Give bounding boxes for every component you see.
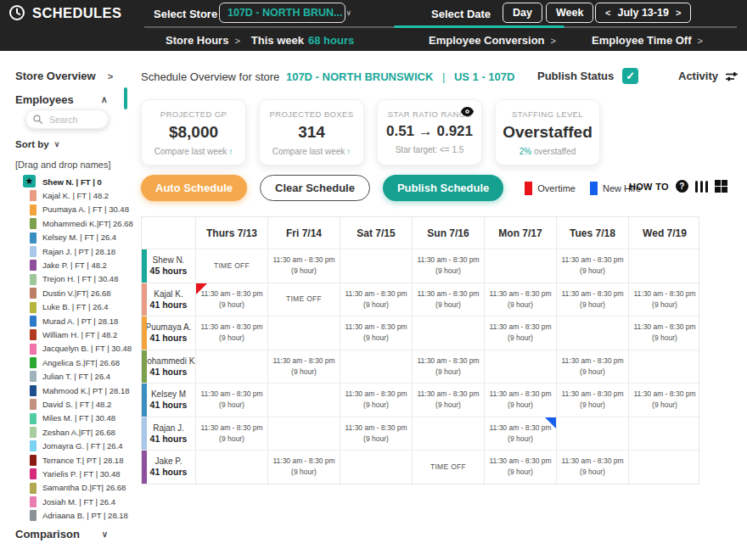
employee-list-item[interactable]: Mohammedi K.|FT| 26.68 xyxy=(20,216,139,230)
schedule-cell[interactable]: 11:30 am - 8:30 pm(9 hour) xyxy=(628,316,700,350)
schedule-cell[interactable] xyxy=(267,417,340,451)
schedule-cell[interactable]: 11:30 am - 8:30 pm(9 hour) xyxy=(267,451,340,484)
schedule-cell[interactable] xyxy=(267,384,340,417)
schedule-cell[interactable]: 11:30 am - 8:30 pm(9 hour) xyxy=(412,350,484,384)
schedule-cell[interactable] xyxy=(340,451,412,484)
day-view-button[interactable]: Day xyxy=(503,3,542,23)
schedule-cell[interactable] xyxy=(628,417,700,451)
employee-list-item[interactable]: Puumaya A. | FT | 30.48 xyxy=(20,203,139,216)
schedule-cell[interactable]: 11:30 am - 8:30 pm(9 hour) xyxy=(484,283,556,316)
employee-search[interactable] xyxy=(25,109,109,129)
schedule-cell[interactable] xyxy=(484,350,556,384)
sidebar-store-overview[interactable]: Store Overview > xyxy=(15,70,113,82)
schedule-cell[interactable] xyxy=(267,316,340,350)
schedule-cell[interactable]: 11:30 am - 8:30 pm(9 hour) xyxy=(412,283,484,316)
store-select-dropdown[interactable]: 107D - NORTH BRUN... ∨ xyxy=(219,3,345,23)
schedule-cell[interactable] xyxy=(195,451,267,484)
schedule-cell[interactable] xyxy=(556,316,628,350)
sidebar-employees-header[interactable]: Employees ∧ xyxy=(15,93,108,106)
employee-list-item[interactable]: Trejon H. | FT | 30.48 xyxy=(20,272,139,286)
employee-color-tag xyxy=(30,190,37,201)
date-range-picker[interactable]: < July 13-19 > xyxy=(595,3,691,23)
schedule-cell[interactable]: 11:30 am - 8:30 pm(9 hour) xyxy=(556,249,628,283)
week-view-button[interactable]: Week xyxy=(546,3,593,23)
schedule-cell[interactable] xyxy=(412,316,484,350)
schedule-cell[interactable] xyxy=(484,249,556,283)
schedule-cell[interactable]: 11:30 am - 8:30 pm(9 hour) xyxy=(267,249,340,283)
schedule-cell[interactable]: 11:30 am - 8:30 pm(9 hour) xyxy=(412,384,484,417)
schedule-cell[interactable]: 11:30 am - 8:30 pm(9 hour) xyxy=(484,316,556,350)
schedule-cell[interactable] xyxy=(628,249,700,283)
schedule-cell[interactable] xyxy=(340,350,412,384)
schedule-cell[interactable]: 11:30 am - 8:30 pm(9 hour) xyxy=(556,350,628,384)
schedule-cell[interactable] xyxy=(412,417,484,451)
employee-list-item[interactable]: Dustin V.|FT| 26.68 xyxy=(20,286,139,300)
schedule-cell[interactable]: 11:30 am - 8:30 pm(9 hour) xyxy=(484,451,556,484)
publish-schedule-button[interactable]: Publish Schedule xyxy=(383,175,503,201)
schedule-cell[interactable]: 11:30 am - 8:30 pm(9 hour) xyxy=(556,384,628,417)
schedule-cell[interactable]: 11:30 am - 8:30 pm(9 hour) xyxy=(556,451,628,484)
employee-list-item[interactable]: William H. | FT | 48.2 xyxy=(20,328,139,341)
schedule-cell[interactable] xyxy=(628,451,700,484)
schedule-cell[interactable] xyxy=(556,417,628,451)
employee-list-item[interactable]: Julian T. | FT | 26.4 xyxy=(20,369,139,383)
employee-list-item[interactable]: Rajan J. | PT | 28.18 xyxy=(20,244,139,258)
schedule-cell[interactable] xyxy=(628,350,700,384)
employee-list-item[interactable]: Jomayra G. | FT | 26.4 xyxy=(20,439,139,452)
employee-list-item[interactable]: Miles M. | FT | 30.48 xyxy=(20,412,139,425)
next-week-icon[interactable]: > xyxy=(676,8,681,18)
nav-employee-time-off[interactable]: Employee Time Off > xyxy=(592,34,703,47)
employee-list-item[interactable]: Kajal K. | FT | 48.2 xyxy=(20,188,139,202)
sidebar-comparison[interactable]: Comparison ∨ xyxy=(15,528,108,540)
up-arrow-icon: ↑ xyxy=(228,147,233,156)
employee-list-item[interactable]: Kelsey M. | FT | 26.4 xyxy=(20,231,139,244)
employee-list-item[interactable]: Jacquelyn B. | FT | 30.48 xyxy=(20,342,139,356)
employee-list-item[interactable]: Luke B. | FT | 26.4 xyxy=(20,300,139,314)
search-input[interactable] xyxy=(48,114,97,126)
employee-list-item[interactable]: Murad A. | PT | 28.18 xyxy=(20,314,139,328)
auto-schedule-button[interactable]: Auto Schedule xyxy=(141,175,247,201)
schedule-cell[interactable] xyxy=(340,249,412,283)
schedule-cell[interactable]: 11:30 am - 8:30 pm(9 hour) xyxy=(340,316,412,350)
employee-list-item[interactable]: Josiah M. | FT | 26.4 xyxy=(20,495,139,508)
schedule-cell[interactable]: TIME OFF xyxy=(195,249,267,283)
employee-list-item[interactable]: Zeshan A.|FT| 26.68 xyxy=(20,425,139,439)
employee-list-item[interactable]: David S. | FT | 48.2 xyxy=(20,397,139,411)
schedule-cell[interactable]: 11:30 am - 8:30 pm(9 hour) xyxy=(412,249,484,283)
schedule-cell[interactable]: 11:30 am - 8:30 pm(9 hour) xyxy=(556,283,628,316)
schedule-cell[interactable]: 11:30 am - 8:30 pm(9 hour) xyxy=(484,384,556,417)
schedule-cell[interactable]: 11:30 am - 8:30 pm(9 hour) xyxy=(340,417,412,451)
employee-list-item[interactable]: Terrance T.| PT | 28.18 xyxy=(20,453,139,467)
schedule-cell[interactable]: 11:30 am - 8:30 pm(9 hour) xyxy=(195,283,267,316)
employee-list-item[interactable]: Adriaana B. | PT | 28.18 xyxy=(20,508,139,522)
grid-view-icon[interactable] xyxy=(715,180,727,193)
schedule-cell[interactable]: 11:30 am - 8:30 pm(9 hour) xyxy=(267,350,340,384)
schedule-cell[interactable]: 11:30 am - 8:30 pm(9 hour) xyxy=(195,316,267,350)
schedule-cell[interactable]: 11:30 am - 8:30 pm(9 hour) xyxy=(628,384,700,417)
clear-schedule-button[interactable]: Clear Schedule xyxy=(260,175,370,201)
employee-list-item[interactable]: Angelica S.|FT| 26.68 xyxy=(20,356,139,369)
schedule-cell[interactable]: 11:30 am - 8:30 pm(9 hour) xyxy=(340,384,412,417)
employee-list-item[interactable]: Samantha D.|FT| 26.68 xyxy=(20,481,139,495)
help-icon[interactable]: ? xyxy=(676,180,688,193)
employee-list-item[interactable]: Mahmood K.| PT | 28.18 xyxy=(20,384,139,397)
employee-list-item[interactable]: Jake P. | FT | 48.2 xyxy=(20,258,139,272)
employee-list-item[interactable]: ★Shew N. | FT | 0 xyxy=(20,175,139,188)
eye-icon[interactable] xyxy=(461,104,474,120)
schedule-cell[interactable]: 11:30 am - 8:30 pm(9 hour) xyxy=(484,417,556,451)
sort-by-control[interactable]: Sort by ∨ xyxy=(15,139,59,149)
employee-list-item[interactable]: Yarielis P. | FT | 30.48 xyxy=(20,467,139,480)
nav-store-hours[interactable]: Store Hours > This week 68 hours xyxy=(166,34,354,47)
schedule-cell[interactable]: 11:30 am - 8:30 pm(9 hour) xyxy=(340,283,412,316)
schedule-cell[interactable]: 11:30 am - 8:30 pm(9 hour) xyxy=(195,384,267,417)
publish-status-checkbox[interactable]: ✓ xyxy=(622,68,638,84)
activity-control[interactable]: Activity xyxy=(678,70,739,82)
nav-employee-conversion[interactable]: Employee Conversion > xyxy=(429,34,556,47)
schedule-cell[interactable]: 11:30 am - 8:30 pm(9 hour) xyxy=(195,417,267,451)
schedule-cell[interactable]: 11:30 am - 8:30 pm(9 hour) xyxy=(628,283,700,316)
prev-week-icon[interactable]: < xyxy=(605,8,610,18)
list-view-icon[interactable] xyxy=(695,181,709,193)
schedule-cell[interactable] xyxy=(195,350,267,384)
schedule-cell[interactable]: TIME OFF xyxy=(412,451,484,484)
schedule-cell[interactable]: TIME OFF xyxy=(267,283,340,316)
